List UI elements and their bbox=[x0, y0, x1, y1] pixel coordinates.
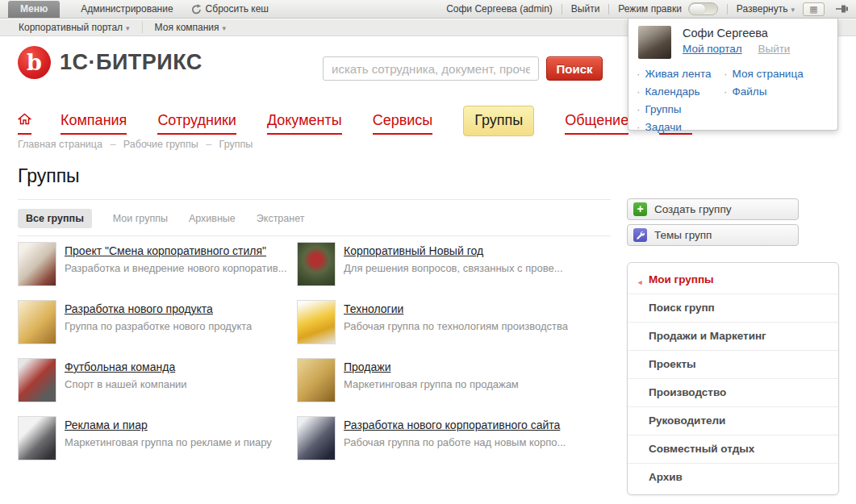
nav-item-documents[interactable]: Документы bbox=[267, 112, 342, 135]
group-filter-tabs: Все группы Мои группы Архивные Экстранет bbox=[18, 209, 325, 228]
side-menu-projects[interactable]: Проекты bbox=[628, 351, 838, 379]
chevron-down-icon bbox=[219, 22, 227, 33]
site-select-company[interactable]: Моя компания bbox=[143, 22, 238, 33]
popup-link-live-feed[interactable]: Живая лента bbox=[637, 68, 724, 80]
page-title: Группы bbox=[18, 165, 80, 187]
side-menu-my-groups[interactable]: Мои группы bbox=[628, 266, 838, 294]
administration-link[interactable]: Администрирование bbox=[81, 3, 173, 15]
pin-icon bbox=[836, 3, 849, 15]
group-description: Разработка и внедрение нового корпоратив… bbox=[65, 262, 287, 274]
group-item: Разработка нового корпоративного сайта Р… bbox=[297, 416, 603, 474]
search-button[interactable]: Поиск bbox=[546, 56, 603, 81]
popup-link-calendar[interactable]: Календарь bbox=[637, 85, 724, 98]
logout-link[interactable]: Выйти bbox=[571, 3, 600, 15]
breadcrumb-separator: – bbox=[110, 139, 115, 150]
edit-mode-label: Режим правки bbox=[618, 3, 682, 15]
reset-cache-button[interactable]: Сбросить кеш bbox=[191, 3, 269, 15]
group-item: Реклама и пиар Маркетинговая группа по р… bbox=[18, 416, 297, 474]
side-menu-group-search[interactable]: Поиск групп bbox=[628, 294, 838, 323]
group-title-link[interactable]: Продажи bbox=[344, 360, 390, 373]
reset-cache-label: Сбросить кеш bbox=[206, 3, 269, 15]
side-menu-managers[interactable]: Руководители bbox=[628, 407, 838, 435]
group-title-link[interactable]: Корпоративный Новый год bbox=[344, 244, 483, 257]
side-menu-sales-marketing[interactable]: Продажи и Маркетинг bbox=[628, 323, 838, 351]
my-portal-link[interactable]: Мой портал bbox=[683, 43, 742, 55]
side-menu-production[interactable]: Производство bbox=[628, 379, 838, 407]
home-nav-item[interactable] bbox=[18, 113, 31, 135]
menu-button[interactable]: Меню bbox=[8, 1, 60, 18]
group-title-link[interactable]: Проект "Смена корпоративного стиля" bbox=[65, 244, 266, 257]
tab-archived[interactable]: Архивные bbox=[189, 209, 236, 228]
group-title-link[interactable]: Разработка нового продукта bbox=[65, 302, 213, 315]
group-title-link[interactable]: Разработка нового корпоративного сайта bbox=[344, 419, 560, 431]
group-description: Спорт в нашей компании bbox=[65, 378, 187, 390]
logo-text: 1С·БИТРИКС bbox=[60, 50, 203, 75]
group-description: Маркетинговая группа по продажам bbox=[344, 378, 519, 390]
breadcrumb: Главная страница – Рабочие группы – Груп… bbox=[18, 139, 253, 150]
popup-link-tasks[interactable]: Задачи bbox=[637, 121, 724, 133]
admin-toolbar: Меню Администрирование Сбросить кеш Софи… bbox=[0, 0, 856, 19]
group-thumbnail[interactable] bbox=[18, 416, 56, 460]
user-name: Софи Сергеева bbox=[683, 27, 790, 40]
group-title-link[interactable]: Футбольная команда bbox=[65, 360, 175, 373]
avatar[interactable] bbox=[638, 26, 671, 59]
site-select-portal[interactable]: Корпоративный портал bbox=[6, 22, 143, 33]
nav-item-services[interactable]: Сервисы bbox=[373, 112, 433, 135]
expand-menu[interactable]: Развернуть bbox=[737, 3, 795, 15]
group-thumbnail[interactable] bbox=[18, 358, 56, 402]
bitrix-logo-icon: b bbox=[18, 46, 51, 79]
side-menu-archive[interactable]: Архив bbox=[628, 464, 838, 491]
edit-mode-toggle[interactable] bbox=[688, 2, 718, 15]
keyboard-icon bbox=[809, 3, 817, 15]
group-description: Рабочая группа по работе над новым корпо… bbox=[344, 436, 566, 448]
divider bbox=[562, 4, 562, 15]
user-menu-popup: Софи Сергеева Мой портал Выйти Живая лен… bbox=[628, 19, 838, 131]
create-group-label: Создать группу bbox=[654, 203, 731, 215]
breadcrumb-separator: – bbox=[206, 139, 211, 150]
breadcrumb-current: Группы bbox=[219, 139, 253, 150]
group-description: Для решения вопросов, связанных с прове.… bbox=[344, 262, 563, 274]
group-title-link[interactable]: Технологии bbox=[344, 302, 403, 315]
nav-item-groups[interactable]: Группы bbox=[463, 106, 534, 136]
divider bbox=[18, 235, 611, 236]
breadcrumb-workgroups[interactable]: Рабочие группы bbox=[123, 139, 198, 150]
group-thumbnail[interactable] bbox=[297, 300, 336, 344]
group-thumbnail[interactable] bbox=[18, 242, 56, 286]
popup-link-groups[interactable]: Группы bbox=[637, 103, 724, 115]
popup-link-files[interactable]: Файлы bbox=[724, 85, 804, 98]
hotkeys-button[interactable] bbox=[803, 2, 825, 16]
group-description: Группа по разработке нового продукта bbox=[65, 320, 252, 332]
wrench-icon bbox=[633, 228, 647, 242]
create-group-button[interactable]: Создать группу bbox=[627, 198, 799, 220]
current-user-label[interactable]: Софи Сергеева (admin) bbox=[446, 3, 553, 15]
divider bbox=[18, 199, 611, 200]
refresh-icon bbox=[191, 4, 202, 15]
group-thumbnail[interactable] bbox=[297, 242, 336, 286]
nav-item-employees[interactable]: Сотрудники bbox=[157, 112, 236, 135]
nav-item-communication[interactable]: Общение bbox=[565, 112, 628, 135]
breadcrumb-home[interactable]: Главная страница bbox=[18, 139, 102, 150]
group-themes-button[interactable]: Темы групп bbox=[627, 224, 799, 246]
group-thumbnail[interactable] bbox=[18, 300, 56, 344]
main-nav: Компания Сотрудники Документы Сервисы Гр… bbox=[18, 106, 723, 136]
tab-my-groups[interactable]: Мои группы bbox=[113, 209, 168, 228]
group-description: Маркетинговая группа по рекламе и пиару bbox=[65, 436, 272, 448]
plus-icon bbox=[633, 202, 647, 216]
group-item: Продажи Маркетинговая группа по продажам bbox=[297, 358, 603, 416]
group-item: Разработка нового продукта Группа по раз… bbox=[18, 300, 297, 358]
group-title-link[interactable]: Реклама и пиар bbox=[65, 419, 148, 431]
popup-logout-link[interactable]: Выйти bbox=[758, 43, 790, 55]
side-menu-leisure[interactable]: Совместный отдых bbox=[628, 435, 838, 464]
divider bbox=[727, 4, 728, 15]
group-thumbnail[interactable] bbox=[297, 358, 336, 402]
group-item: Корпоративный Новый год Для решения вопр… bbox=[297, 242, 603, 300]
nav-item-company[interactable]: Компания bbox=[61, 112, 127, 135]
group-item: Технологии Рабочая группа по технологиям… bbox=[297, 300, 603, 358]
tab-all-groups[interactable]: Все группы bbox=[18, 209, 92, 228]
logo[interactable]: b 1С·БИТРИКС bbox=[18, 46, 203, 79]
tab-extranet[interactable]: Экстранет bbox=[257, 209, 305, 228]
popup-link-my-page[interactable]: Моя страница bbox=[724, 68, 804, 80]
pin-toolbar-button[interactable] bbox=[836, 3, 849, 15]
search-input[interactable] bbox=[323, 56, 539, 81]
group-thumbnail[interactable] bbox=[297, 416, 336, 460]
